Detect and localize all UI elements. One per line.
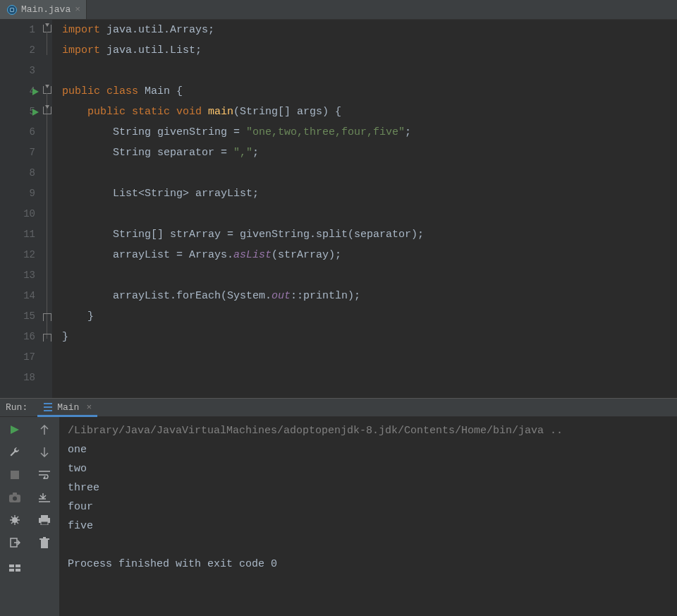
line-number: 7 <box>0 143 35 163</box>
line-number: 17 <box>0 347 35 368</box>
exit-icon[interactable] <box>8 536 21 549</box>
console-line: three <box>68 478 677 497</box>
run-config-icon <box>43 403 53 411</box>
wrench-icon[interactable] <box>8 446 21 459</box>
code-line[interactable] <box>62 265 424 286</box>
line-number: 6 <box>0 122 35 143</box>
svg-point-5 <box>12 517 18 523</box>
code-line[interactable] <box>62 61 424 81</box>
close-icon[interactable]: × <box>86 402 92 413</box>
svg-rect-14 <box>41 540 48 548</box>
code-line[interactable]: String givenString = "one,two,three,four… <box>62 122 424 143</box>
line-number: 14 <box>0 286 35 306</box>
line-number: 15 <box>0 306 35 327</box>
code-line[interactable]: String separator = ","; <box>62 143 424 163</box>
tab-main-java[interactable]: Main.java × <box>0 0 87 19</box>
console-output[interactable]: /Library/Java/JavaVirtualMachines/adopto… <box>59 417 677 616</box>
svg-rect-3 <box>13 493 17 495</box>
scroll-to-end-icon[interactable] <box>38 491 51 504</box>
console-line: two <box>68 459 677 478</box>
soft-wrap-icon[interactable] <box>38 469 51 481</box>
line-number: 2 <box>0 40 35 61</box>
run-toolbar-2 <box>30 417 59 616</box>
debug-icon[interactable] <box>8 514 21 526</box>
gutter: 123456789101112131415161718 <box>0 20 52 398</box>
trash-icon[interactable] <box>38 536 51 549</box>
arrow-up-icon[interactable] <box>38 423 51 436</box>
code-line[interactable]: arrayList = Arrays.asList(strArray); <box>62 245 424 265</box>
console-line: /Library/Java/JavaVirtualMachines/adopto… <box>68 421 677 440</box>
stop-icon[interactable] <box>8 469 21 481</box>
run-gutter-icon[interactable] <box>32 109 39 116</box>
line-number: 8 <box>0 163 35 183</box>
console-line: Process finished with exit code 0 <box>68 555 677 574</box>
svg-rect-9 <box>9 569 14 572</box>
code-line[interactable]: String[] strArray = givenString.split(se… <box>62 224 424 245</box>
layout-icon[interactable] <box>8 562 21 574</box>
code-line[interactable]: arrayList.forEach(System.out::println); <box>62 286 424 306</box>
code-line[interactable]: public class Main { <box>62 81 424 102</box>
svg-point-4 <box>13 497 17 501</box>
svg-rect-1 <box>11 471 19 479</box>
rerun-icon[interactable] <box>8 423 21 436</box>
code-area[interactable]: import java.util.Arrays;import java.util… <box>52 20 424 398</box>
editor-tabstrip: Main.java × <box>0 0 677 20</box>
camera-icon[interactable] <box>8 491 21 504</box>
line-number: 11 <box>0 224 35 245</box>
run-panel-header: Run: Main × <box>0 398 677 417</box>
fold-bar <box>42 20 52 398</box>
code-line[interactable]: import java.util.Arrays; <box>62 20 424 40</box>
line-number: 18 <box>0 368 35 388</box>
code-line[interactable]: public static void main(String[] args) { <box>62 102 424 122</box>
code-line[interactable]: import java.util.List; <box>62 40 424 61</box>
svg-rect-11 <box>41 515 48 518</box>
svg-rect-15 <box>39 538 49 540</box>
svg-rect-16 <box>43 537 46 538</box>
line-number: 3 <box>0 61 35 81</box>
code-line[interactable] <box>62 368 424 388</box>
run-label: Run: <box>6 402 28 413</box>
java-file-icon <box>7 5 17 15</box>
line-number: 12 <box>0 245 35 265</box>
line-number: 10 <box>0 204 35 224</box>
tab-label: Main.java <box>21 4 71 15</box>
code-line[interactable] <box>62 204 424 224</box>
console-line: four <box>68 497 677 517</box>
run-toolbar-1 <box>0 417 30 616</box>
svg-rect-10 <box>16 569 20 572</box>
run-tab-main[interactable]: Main × <box>37 399 97 417</box>
close-icon[interactable]: × <box>75 4 80 15</box>
code-line[interactable]: } <box>62 327 424 347</box>
svg-rect-7 <box>9 564 14 567</box>
line-number: 5 <box>0 102 35 122</box>
console-line: one <box>68 440 677 459</box>
code-line[interactable] <box>62 163 424 183</box>
svg-rect-13 <box>41 521 48 525</box>
code-line[interactable]: List<String> arrayList; <box>62 183 424 204</box>
code-line[interactable]: } <box>62 306 424 327</box>
console-line: five <box>68 517 677 536</box>
console-line <box>68 536 677 555</box>
run-tab-label: Main <box>57 402 79 413</box>
code-editor[interactable]: 123456789101112131415161718 import java.… <box>0 20 677 398</box>
line-number: 4 <box>0 81 35 102</box>
line-number: 16 <box>0 327 35 347</box>
print-icon[interactable] <box>38 514 51 526</box>
run-panel-body: /Library/Java/JavaVirtualMachines/adopto… <box>0 417 677 616</box>
code-line[interactable] <box>62 347 424 368</box>
arrow-down-icon[interactable] <box>38 446 51 459</box>
svg-rect-8 <box>16 564 20 567</box>
line-number: 1 <box>0 20 35 40</box>
svg-marker-0 <box>11 425 19 434</box>
line-number: 9 <box>0 183 35 204</box>
line-number: 13 <box>0 265 35 286</box>
run-gutter-icon[interactable] <box>32 88 39 95</box>
